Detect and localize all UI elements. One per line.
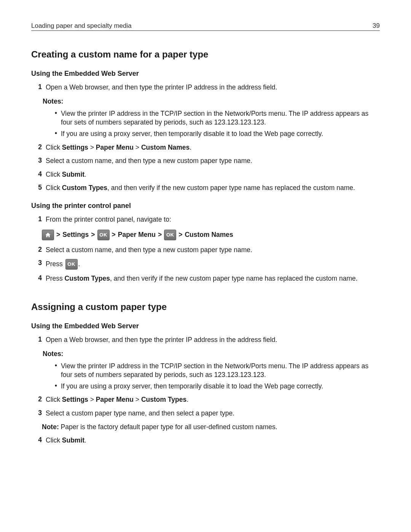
nav-sep: > [91,231,95,239]
bullet-row: • If you are using a proxy server, then … [51,382,380,391]
step-number: 1 [31,83,46,92]
ok-icon: OK [97,230,110,240]
step-text: Click Custom Types, and then verify if t… [46,184,380,193]
notes-label: Notes: [43,97,380,105]
header-title: Loading paper and specialty media [31,22,132,30]
step-row: 3 Select a custom name, and then type a … [31,157,380,166]
step-number: 2 [31,395,46,404]
bullet-text: View the printer IP address in the TCP/I… [61,362,380,380]
step-text: Press Custom Types, and then verify if t… [46,274,380,283]
step-text: Click Submit. [46,436,380,445]
step-text: Open a Web browser, and then type the pr… [46,335,380,345]
bullet-icon: • [51,109,61,127]
bullet-text: View the printer IP address in the TCP/I… [61,109,380,127]
ok-icon: OK [65,259,78,270]
section-heading-creating: Creating a custom name for a paper type [31,49,380,60]
step-number: 3 [31,409,46,418]
step-number: 2 [31,246,46,255]
nav-label-settings: Settings [62,231,89,239]
step-row: 1 Open a Web browser, and then type the … [31,335,380,345]
step-row: 2 Click Settings > Paper Menu > Custom N… [31,143,380,152]
step-row: 5 Click Custom Types, and then verify if… [31,184,380,193]
bullet-row: • View the printer IP address in the TCP… [51,109,380,127]
bullet-text: If you are using a proxy server, then te… [61,129,380,139]
step-row: 1 Open a Web browser, and then type the … [31,83,380,92]
notes-label: Notes: [43,350,380,358]
step-text: Select a custom name, and then type a ne… [46,246,380,255]
step-row: 2 Click Settings > Paper Menu > Custom T… [31,395,380,404]
step-text: Press OK. [46,259,380,270]
step-number: 3 [31,157,46,166]
step-row: 1 From the printer control panel, naviga… [31,215,380,224]
nav-label-custom-names: Custom Names [185,231,233,239]
bullet-icon: • [51,129,61,139]
step-row: 3 Press OK. [31,259,380,270]
step-text: Click Settings > Paper Menu > Custom Nam… [46,143,380,152]
step-row: 2 Select a custom name, and then type a … [31,246,380,255]
subheading-ews-2: Using the Embedded Web Server [31,322,380,330]
nav-label-paper-menu: Paper Menu [118,231,156,239]
ok-icon: OK [164,230,176,240]
step-number: 1 [31,215,46,224]
nav-sep: > [158,231,162,239]
step-row: 4 Press Custom Types, and then verify if… [31,274,380,283]
step-row: 4 Click Submit. [31,170,380,179]
section-heading-assigning: Assigning a custom paper type [31,302,380,312]
step-text: Select a custom name, and then type a ne… [46,157,380,166]
bullet-icon: • [51,362,61,380]
step-text: Click Submit. [46,170,380,179]
step-text: From the printer control panel, navigate… [46,215,380,224]
home-icon [42,230,54,240]
bullet-text: If you are using a proxy server, then te… [61,382,380,391]
step-text: Click Settings > Paper Menu > Custom Typ… [46,395,380,404]
bullet-icon: • [51,382,61,391]
step-number: 5 [31,184,46,193]
step-number: 3 [31,259,46,270]
step-row: 4 Click Submit. [31,436,380,445]
step-text: Open a Web browser, and then type the pr… [46,83,380,92]
header-divider [31,30,380,31]
step-number: 1 [31,335,46,345]
bullet-row: • View the printer IP address in the TCP… [51,362,380,380]
subheading-panel-1: Using the printer control panel [31,202,380,210]
nav-path: > Settings > OK > Paper Menu > OK > Cust… [42,230,380,240]
step-number: 4 [31,274,46,283]
inline-note: Note: Paper is the factory default paper… [42,423,380,432]
step-text: Select a custom paper type name, and the… [46,409,380,418]
bullet-row: • If you are using a proxy server, then … [51,129,380,139]
nav-sep: > [178,231,182,239]
step-row: 3 Select a custom paper type name, and t… [31,409,380,418]
nav-sep: > [56,231,60,239]
step-number: 4 [31,436,46,445]
subheading-ews-1: Using the Embedded Web Server [31,70,380,78]
step-number: 4 [31,170,46,179]
page-header: Loading paper and specialty media 39 [31,22,380,30]
page-number: 39 [373,22,380,30]
nav-sep: > [112,231,116,239]
step-number: 2 [31,143,46,152]
